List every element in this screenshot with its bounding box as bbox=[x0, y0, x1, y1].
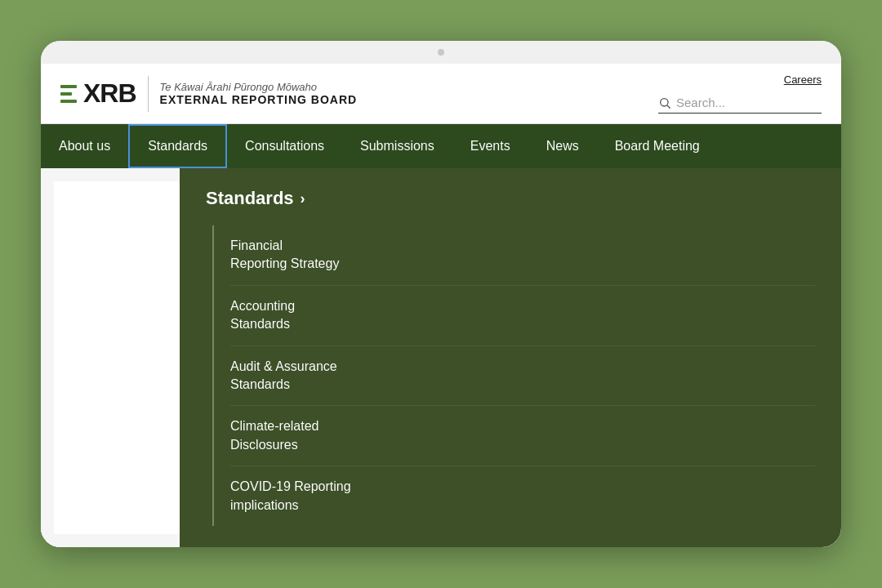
svg-point-0 bbox=[661, 98, 668, 105]
nav-item-news[interactable]: News bbox=[528, 124, 597, 168]
logo-lines-icon bbox=[60, 85, 77, 103]
dropdown-title-text: Standards bbox=[206, 188, 294, 209]
dropdown-item-accounting[interactable]: AccountingStandards bbox=[230, 286, 815, 346]
site-header: XRB Te Kāwai Ārahi Pūrongo Mōwaho EXTERN… bbox=[41, 64, 841, 124]
tablet-frame: XRB Te Kāwai Ārahi Pūrongo Mōwaho EXTERN… bbox=[41, 41, 841, 547]
nav-bar: About us Standards Consultations Submiss… bbox=[41, 124, 841, 168]
logo-area: XRB Te Kāwai Ārahi Pūrongo Mōwaho EXTERN… bbox=[60, 76, 357, 112]
logo-xrb-text: XRB bbox=[83, 78, 136, 109]
logo-xrb: XRB bbox=[60, 78, 136, 109]
dropdown-items-list: FinancialReporting Strategy AccountingSt… bbox=[212, 225, 815, 526]
browser-area: XRB Te Kāwai Ārahi Pūrongo Mōwaho EXTERN… bbox=[41, 64, 841, 547]
logo-line-2 bbox=[60, 92, 72, 96]
logo-line-1 bbox=[60, 85, 77, 88]
nav-item-events[interactable]: Events bbox=[452, 124, 528, 168]
svg-line-1 bbox=[667, 105, 670, 109]
dropdown-item-financial[interactable]: FinancialReporting Strategy bbox=[230, 225, 815, 286]
nav-item-submissions[interactable]: Submissions bbox=[342, 124, 452, 168]
logo-subtitle: Te Kāwai Ārahi Pūrongo Mōwaho EXTERNAL R… bbox=[160, 81, 358, 106]
dropdown-title: Standards › bbox=[206, 188, 815, 209]
tablet-top-bar bbox=[41, 41, 841, 64]
nav-item-standards[interactable]: Standards bbox=[128, 124, 227, 168]
search-bar[interactable]: Search... bbox=[658, 92, 822, 114]
logo-line-3 bbox=[60, 100, 77, 103]
careers-link[interactable]: Careers bbox=[784, 74, 822, 86]
dropdown-item-climate[interactable]: Climate-relatedDisclosures bbox=[230, 406, 815, 466]
nav-item-about-us[interactable]: About us bbox=[41, 124, 128, 168]
logo-subtitle-english: EXTERNAL REPORTING BOARD bbox=[160, 93, 358, 106]
search-placeholder-text: Search... bbox=[676, 96, 725, 109]
header-right: Careers Search... bbox=[658, 74, 822, 114]
nav-item-board-meeting[interactable]: Board Meeting bbox=[597, 124, 718, 168]
search-icon bbox=[658, 96, 671, 109]
nav-item-consultations[interactable]: Consultations bbox=[227, 124, 342, 168]
dropdown-item-covid[interactable]: COVID-19 Reportingimplications bbox=[230, 466, 815, 526]
tablet-camera bbox=[438, 49, 444, 56]
logo-divider bbox=[148, 76, 149, 112]
logo-subtitle-maori: Te Kāwai Ārahi Pūrongo Mōwaho bbox=[160, 81, 358, 93]
sidebar-white-block bbox=[54, 181, 180, 534]
dropdown-chevron-icon: › bbox=[301, 190, 305, 207]
dropdown-item-audit[interactable]: Audit & AssuranceStandards bbox=[230, 346, 815, 407]
left-sidebar bbox=[41, 168, 180, 547]
dropdown-area: Standards › FinancialReporting Strategy … bbox=[180, 168, 841, 547]
page-body: Standards › FinancialReporting Strategy … bbox=[41, 168, 841, 547]
